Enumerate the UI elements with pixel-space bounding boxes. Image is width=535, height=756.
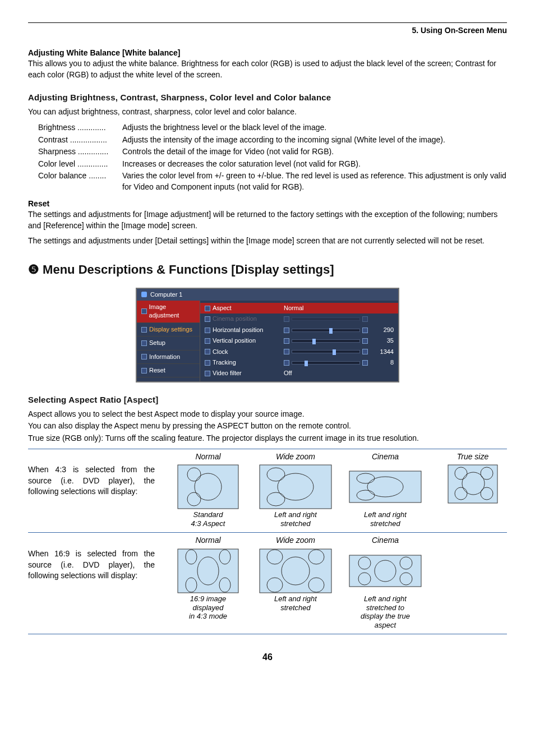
- osd-setting-row[interactable]: Horizontal position290: [200, 325, 398, 335]
- col169-widezoom: Wide zoom: [259, 535, 332, 548]
- shape-169-normal: [174, 548, 242, 593]
- aspect-p1: Aspect allows you to select the best Asp…: [28, 409, 507, 420]
- def-row: Color level ..............Increases or d…: [38, 159, 507, 170]
- svg-rect-30: [349, 555, 421, 587]
- setting-value: Off: [284, 369, 292, 377]
- slider-left-icon: [284, 316, 289, 322]
- osd-menu-item[interactable]: Setup: [137, 336, 200, 350]
- setting-label: Cinema position: [213, 315, 257, 323]
- menu-icon: [141, 354, 147, 359]
- osd-left-menu: Image adjustmentDisplay settingsSetupInf…: [137, 301, 200, 381]
- shape-43-normal: [174, 464, 242, 509]
- osd-title-text: Computer 1: [150, 291, 182, 299]
- cap-169-0: 16:9 image displayedin 4:3 mode: [174, 593, 242, 621]
- def-label: Color balance ........: [38, 170, 122, 192]
- wb-body: This allows you to adjust the white bala…: [28, 58, 507, 80]
- osd-setting-row[interactable]: Cinema position: [200, 314, 398, 324]
- bcs-heading: Adjusting Brightness, Contrast, Sharpnes…: [28, 91, 507, 103]
- def-label: Color level ..............: [38, 159, 122, 170]
- slider-left-icon: [284, 360, 289, 366]
- osd-titlebar: Computer 1: [137, 289, 398, 301]
- def-value: Varies the color level from +/- green to…: [122, 170, 507, 192]
- top-rule: [28, 22, 507, 23]
- cap-43-0: Standard4:3 Aspect: [174, 509, 242, 528]
- cap-169-1: Left and rightstretched: [259, 593, 332, 612]
- rule: [28, 449, 507, 449]
- setting-value: Normal: [284, 304, 303, 312]
- svg-rect-0: [178, 465, 238, 509]
- section-header: 5. Using On-Screen Menu: [28, 25, 507, 36]
- slider-track[interactable]: [292, 350, 360, 353]
- shape-43-widezoom: [259, 464, 332, 509]
- slider-right-icon: [362, 360, 368, 366]
- rule: [28, 634, 507, 634]
- aspect-grid-169: Normal Wide zoom Cinema When 16:9 is sel…: [28, 535, 507, 629]
- osd-menu-item[interactable]: Image adjustment: [137, 301, 200, 323]
- aspect-grid-43: Normal Wide zoom Cinema True size When 4…: [28, 451, 507, 528]
- cap-169-3: [439, 593, 507, 594]
- definitions-table: Brightness .............Adjusts the brig…: [38, 122, 507, 193]
- reset-heading: Reset: [28, 199, 507, 210]
- setting-icon: [205, 316, 210, 322]
- setting-icon: [205, 349, 210, 354]
- def-value: Adjusts the intensity of the image accor…: [122, 135, 507, 146]
- col-truesize: True size: [439, 451, 507, 465]
- slider-track[interactable]: [292, 329, 360, 332]
- cap-43-2: Left and rightstretched: [349, 509, 422, 528]
- setting-label: Horizontal position: [213, 326, 264, 334]
- shape-169-cinema: [349, 548, 422, 593]
- osd-setting-row[interactable]: Tracking8: [200, 357, 398, 368]
- setting-icon: [205, 360, 210, 366]
- osd-setting-row[interactable]: Clock1344: [200, 347, 398, 357]
- slider-track[interactable]: [292, 339, 360, 343]
- def-label: Brightness .............: [38, 122, 122, 133]
- row43-label: When 4:3 is selected from the source (i.…: [28, 464, 157, 497]
- wb-heading: Adjusting White Balance [White balance]: [28, 48, 507, 59]
- setting-icon: [205, 328, 210, 333]
- osd-right-panel: AspectNormalCinema positionHorizontal po…: [200, 301, 398, 381]
- aspect-p2: You can also display the Aspect menu by …: [28, 421, 507, 432]
- slider-track[interactable]: [292, 361, 360, 365]
- setting-label: Video filter: [213, 369, 242, 377]
- reset-p1: The settings and adjustments for [Image …: [28, 209, 507, 231]
- menu-icon: [141, 368, 147, 374]
- setting-icon: [205, 306, 210, 311]
- col-cinema: Cinema: [349, 451, 422, 465]
- slider-right-icon: [362, 316, 368, 322]
- def-row: Sharpness ..............Controls the det…: [38, 146, 507, 158]
- bcs-intro: You can adjust brightness, contrast, sha…: [28, 107, 507, 118]
- osd-menu-item[interactable]: Information: [137, 351, 200, 364]
- setting-label: Aspect: [213, 304, 232, 312]
- reset-p2: The settings and adjustments under [Deta…: [28, 236, 507, 247]
- svg-rect-4: [260, 465, 331, 509]
- setting-icon: [205, 371, 210, 376]
- setting-label: Clock: [213, 348, 228, 356]
- setting-number: 290: [371, 326, 394, 334]
- setting-label: Vertical position: [213, 336, 256, 345]
- rule: [28, 532, 507, 533]
- osd-setting-row[interactable]: AspectNormal: [200, 303, 398, 314]
- page-number: 46: [28, 651, 507, 663]
- menu-icon: [141, 308, 147, 314]
- osd-menu-item[interactable]: Reset: [137, 364, 200, 377]
- setting-number: 1344: [371, 348, 394, 356]
- setting-number: 35: [371, 336, 394, 345]
- osd-menu-item[interactable]: Display settings: [137, 323, 200, 336]
- def-label: Contrast .................: [38, 135, 122, 146]
- svg-rect-8: [349, 471, 421, 503]
- def-label: Sharpness ..............: [38, 146, 122, 158]
- slider-track: [292, 317, 360, 321]
- menu-icon: [141, 327, 147, 333]
- osd-setting-row[interactable]: Video filterOff: [200, 368, 398, 379]
- setting-icon: [205, 338, 210, 344]
- def-row: Color balance ........Varies the color l…: [38, 170, 507, 192]
- shape-43-cinema: [349, 464, 422, 509]
- setting-label: Tracking: [213, 358, 236, 367]
- col169-truesize: [439, 535, 507, 537]
- setting-number: 8: [371, 358, 394, 367]
- osd-setting-row[interactable]: Vertical position35: [200, 335, 398, 346]
- col169-normal: Normal: [174, 535, 242, 548]
- slider-left-icon: [284, 338, 289, 344]
- def-value: Controls the detail of the image for Vid…: [122, 146, 507, 158]
- def-row: Brightness .............Adjusts the brig…: [38, 122, 507, 133]
